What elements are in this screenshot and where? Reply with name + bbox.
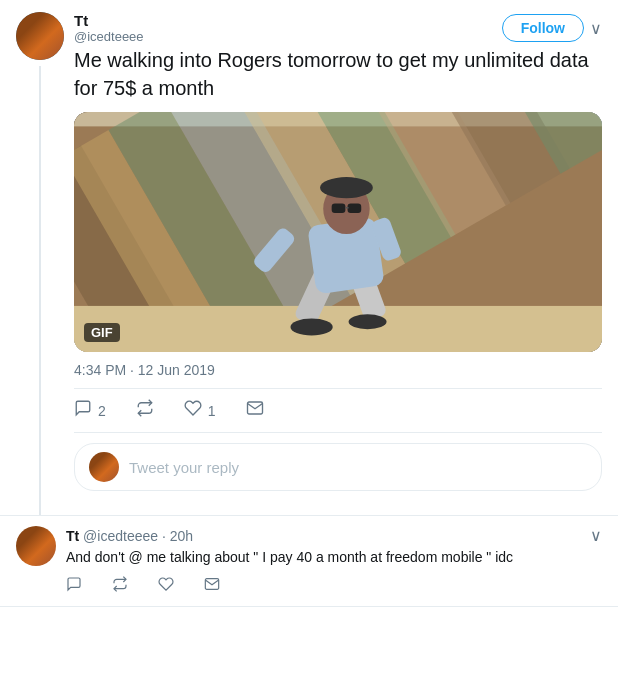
gif-visual bbox=[74, 112, 602, 352]
like-count: 1 bbox=[208, 403, 216, 419]
reply-tweet-header: Tt @icedteeee · 20h ∨ bbox=[66, 526, 602, 545]
mail-icon bbox=[246, 399, 264, 422]
user-info: Tt @icedteeee bbox=[74, 12, 144, 44]
chevron-down-icon[interactable]: ∨ bbox=[590, 19, 602, 38]
retweet-icon bbox=[136, 399, 154, 422]
svg-point-23 bbox=[320, 177, 373, 198]
reply-icon bbox=[74, 399, 92, 422]
user-avatar[interactable] bbox=[16, 12, 64, 60]
tweet-actions: 2 1 bbox=[74, 388, 602, 433]
avatar-column bbox=[16, 12, 64, 515]
tweet-body: Tt @icedteeee Follow ∨ Me walking into R… bbox=[74, 12, 602, 515]
tweet-timestamp: 4:34 PM · 12 Jun 2019 bbox=[74, 362, 602, 378]
svg-point-15 bbox=[349, 314, 387, 329]
main-tweet: Tt @icedteeee Follow ∨ Me walking into R… bbox=[0, 0, 618, 516]
reply-tweet-text: And don't @ me talking about " I pay 40 … bbox=[66, 548, 602, 568]
reply-user-line: Tt @icedteeee · 20h bbox=[66, 528, 193, 544]
reply-retweet-icon[interactable] bbox=[112, 576, 128, 596]
reply-tweet: Tt @icedteeee · 20h ∨ And don't @ me tal… bbox=[0, 516, 618, 607]
reply-time: · 20h bbox=[162, 528, 193, 544]
follow-button[interactable]: Follow bbox=[502, 14, 584, 42]
svg-point-14 bbox=[290, 319, 332, 336]
like-action[interactable]: 1 bbox=[184, 399, 216, 422]
gif-container[interactable]: GIF bbox=[74, 112, 602, 352]
retweet-action[interactable] bbox=[136, 399, 154, 422]
gif-badge: GIF bbox=[84, 323, 120, 342]
reply-tweet-body: Tt @icedteeee · 20h ∨ And don't @ me tal… bbox=[66, 526, 602, 596]
reply-placeholder[interactable]: Tweet your reply bbox=[129, 459, 239, 476]
thread-line bbox=[39, 66, 41, 515]
tweet-text: Me walking into Rogers tomorrow to get m… bbox=[74, 46, 602, 102]
reply-avatar-column bbox=[16, 526, 56, 596]
reply-user-avatar[interactable] bbox=[16, 526, 56, 566]
reply-like-icon[interactable] bbox=[158, 576, 174, 596]
display-name: Tt bbox=[74, 12, 144, 29]
svg-rect-11 bbox=[74, 306, 602, 352]
reply-tweet-actions bbox=[66, 576, 602, 596]
reply-reply-icon[interactable] bbox=[66, 576, 82, 596]
reply-username: @icedteeee bbox=[83, 528, 158, 544]
reply-action[interactable]: 2 bbox=[74, 399, 106, 422]
tweet-header: Tt @icedteeee Follow ∨ bbox=[74, 12, 602, 44]
username: @icedteeee bbox=[74, 29, 144, 44]
svg-rect-21 bbox=[348, 203, 362, 213]
reply-mail-icon[interactable] bbox=[204, 576, 220, 596]
header-right: Follow ∨ bbox=[502, 14, 602, 42]
reply-chevron-icon[interactable]: ∨ bbox=[590, 526, 602, 545]
like-icon bbox=[184, 399, 202, 422]
svg-rect-20 bbox=[332, 203, 346, 213]
reply-count: 2 bbox=[98, 403, 106, 419]
mail-action[interactable] bbox=[246, 399, 264, 422]
reply-avatar bbox=[89, 452, 119, 482]
reply-input-area[interactable]: Tweet your reply bbox=[74, 443, 602, 491]
reply-display-name: Tt bbox=[66, 528, 79, 544]
